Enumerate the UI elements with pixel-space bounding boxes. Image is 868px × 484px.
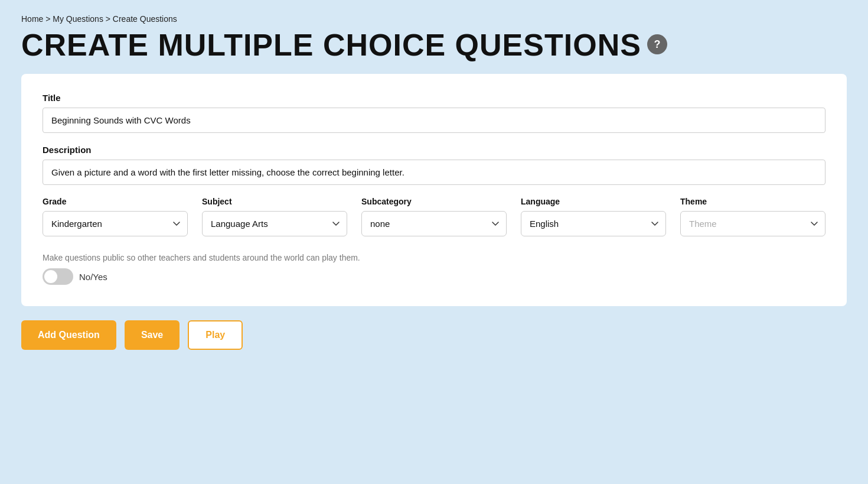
subcategory-group: Subcategory none Reading Writing Phonics [361, 197, 507, 236]
toggle-slider [43, 268, 73, 285]
description-label: Description [43, 145, 825, 155]
dropdowns-row: Grade Kindergarten 1st Grade 2nd Grade 3… [43, 197, 825, 236]
toggle-row: No/Yes [43, 268, 825, 285]
toggle-label: No/Yes [79, 272, 107, 282]
subject-group: Subject Language Arts Math Science Socia… [202, 197, 347, 236]
grade-group: Grade Kindergarten 1st Grade 2nd Grade 3… [43, 197, 188, 236]
theme-label: Theme [680, 197, 825, 206]
subcategory-label: Subcategory [361, 197, 507, 206]
grade-label: Grade [43, 197, 188, 206]
toggle-switch[interactable] [43, 268, 73, 285]
play-button[interactable]: Play [188, 320, 243, 350]
subcategory-select[interactable]: none Reading Writing Phonics [361, 211, 507, 236]
language-label: Language [521, 197, 666, 206]
grade-select[interactable]: Kindergarten 1st Grade 2nd Grade 3rd Gra… [43, 211, 188, 236]
public-section: Make questions public so other teachers … [43, 253, 825, 285]
form-card: Title Description Grade Kindergarten 1st… [21, 74, 847, 306]
subject-select[interactable]: Language Arts Math Science Social Studie… [202, 211, 347, 236]
title-label: Title [43, 93, 825, 103]
description-input[interactable] [43, 160, 825, 185]
help-icon[interactable]: ? [647, 34, 667, 54]
language-group: Language English Spanish French [521, 197, 666, 236]
theme-group: Theme Theme Theme 1 Theme 2 [680, 197, 825, 236]
add-question-button[interactable]: Add Question [21, 320, 116, 350]
theme-select[interactable]: Theme Theme 1 Theme 2 [680, 211, 825, 236]
title-input[interactable] [43, 108, 825, 133]
subject-label: Subject [202, 197, 347, 206]
breadcrumb: Home > My Questions > Create Questions [21, 14, 847, 24]
save-button[interactable]: Save [125, 320, 180, 350]
bottom-buttons: Add Question Save Play [21, 320, 847, 350]
language-select[interactable]: English Spanish French [521, 211, 666, 236]
public-text: Make questions public so other teachers … [43, 253, 825, 262]
page-title: CREATE MULTIPLE CHOICE QUESTIONS [21, 28, 641, 62]
